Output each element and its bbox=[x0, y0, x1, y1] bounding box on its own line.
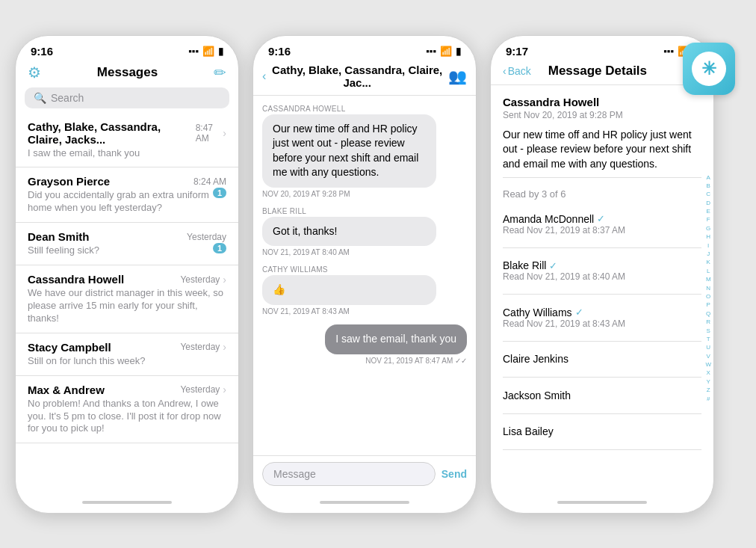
message-preview: Did you accidentally grab an extra unifo… bbox=[28, 189, 210, 215]
recipient-info: Claire Jenkins bbox=[503, 353, 568, 365]
alphabet-letter[interactable]: K bbox=[705, 259, 711, 266]
message-preview: I saw the email, thank you bbox=[28, 147, 226, 160]
send-button[interactable]: Send bbox=[441, 468, 467, 480]
message-time: 8:24 AM bbox=[193, 176, 226, 187]
app-icon-symbol: ✳ bbox=[692, 52, 726, 86]
group-avatar-icon[interactable]: 👥 bbox=[448, 67, 467, 85]
signal-icon: ▪▪▪ bbox=[188, 46, 199, 57]
message-item[interactable]: Cathy, Blake, Cassandra, Claire, Jacks..… bbox=[16, 113, 238, 168]
recipient-name: Cathy Williams bbox=[503, 307, 572, 318]
recipient-item[interactable]: Jackson Smith bbox=[503, 384, 701, 407]
alphabet-letter[interactable]: N bbox=[705, 284, 711, 292]
recipient-item[interactable]: Claire Jenkins bbox=[503, 347, 701, 371]
alphabet-letter[interactable]: S bbox=[705, 327, 711, 334]
alphabet-letter[interactable]: I bbox=[705, 241, 711, 249]
message-item-header: Grayson Pierce 8:24 AM bbox=[28, 175, 226, 188]
alphabet-letter[interactable]: P bbox=[705, 301, 711, 309]
message-item[interactable]: Dean Smith Yesterday Still feeling sick?… bbox=[16, 223, 238, 265]
message-sender: Cassandra Howell bbox=[503, 96, 701, 108]
recipient-name: Amanda McDonnell bbox=[503, 213, 594, 225]
message-time: Yesterday › bbox=[180, 274, 226, 286]
message-item[interactable]: Cassandra Howell Yesterday › We have our… bbox=[16, 265, 238, 333]
recipient-item[interactable]: Amanda McDonnell ✓ Read Nov 21, 2019 at … bbox=[503, 207, 701, 241]
recipient-info: Lisa Bailey bbox=[503, 425, 554, 437]
message-time: Yesterday › bbox=[180, 341, 226, 353]
alphabet-letter[interactable]: W bbox=[705, 361, 711, 369]
alphabet-letter[interactable]: O bbox=[705, 293, 711, 301]
unread-badge: 1 bbox=[213, 243, 226, 253]
recipient-divider bbox=[503, 413, 701, 414]
chat-sender-label: CASSANDRA HOWELL bbox=[262, 105, 467, 113]
recipient-name: Claire Jenkins bbox=[503, 353, 568, 365]
details-area: Cassandra Howell Sent Nov 20, 2019 at 9:… bbox=[491, 85, 713, 492]
message-item-header: Stacy Campbell Yesterday › bbox=[28, 341, 226, 354]
alphabet-letter[interactable]: Q bbox=[705, 310, 711, 317]
message-item-header: Max & Andrew Yesterday › bbox=[28, 384, 226, 396]
home-bar-3 bbox=[557, 501, 647, 504]
app-icon[interactable]: ✳ bbox=[683, 43, 735, 95]
recipient-item[interactable]: Lisa Bailey bbox=[503, 419, 701, 443]
signal-icon-3: ▪▪▪ bbox=[663, 46, 674, 57]
read-checkmark: ✓ bbox=[575, 307, 583, 318]
chat-sender-label: BLAKE RILL bbox=[262, 207, 467, 215]
alphabet-letter[interactable]: M bbox=[705, 276, 711, 283]
alphabet-letter[interactable]: F bbox=[705, 216, 711, 224]
message-sender-name: Cathy, Blake, Cassandra, Claire, Jacks..… bbox=[28, 120, 196, 146]
home-indicator-2 bbox=[253, 492, 476, 513]
message-time: Yesterday bbox=[187, 232, 226, 242]
time-2: 9:16 bbox=[268, 45, 291, 58]
message-item[interactable]: Max & Andrew Yesterday › No problem! And… bbox=[16, 376, 238, 444]
message-item[interactable]: Stacy Campbell Yesterday › Still on for … bbox=[16, 333, 238, 376]
chevron-right-icon: › bbox=[223, 127, 226, 139]
chat-input-bar: Message Send bbox=[253, 455, 476, 492]
alphabet-letter[interactable]: V bbox=[705, 352, 711, 360]
message-item[interactable]: Grayson Pierce 8:24 AM Did you accidenta… bbox=[16, 167, 238, 223]
settings-icon[interactable]: ⚙ bbox=[28, 64, 41, 81]
alphabet-letter[interactable]: X bbox=[705, 369, 711, 377]
alphabet-letter[interactable]: Z bbox=[705, 387, 711, 394]
chat-timestamp: NOV 20, 2019 AT 9:28 PM bbox=[262, 190, 467, 198]
home-indicator-1 bbox=[16, 492, 238, 513]
recipient-item[interactable]: Blake Rill ✓ Read Nov 21, 2019 at 8:40 A… bbox=[503, 253, 701, 288]
message-date: Sent Nov 20, 2019 at 9:28 PM bbox=[503, 110, 701, 120]
chevron-left-icon-3: ‹ bbox=[503, 65, 506, 77]
alphabet-letter[interactable]: R bbox=[705, 318, 711, 326]
alphabet-letter[interactable]: D bbox=[705, 199, 711, 206]
message-preview: No problem! And thanks a ton Andrew, I o… bbox=[28, 398, 226, 436]
divider-top bbox=[503, 177, 701, 178]
status-icons-2: ▪▪▪ 📶 ▮ bbox=[426, 46, 461, 57]
back-button-3[interactable]: ‹ Back bbox=[503, 65, 531, 77]
status-bar-1: 9:16 ▪▪▪ 📶 ▮ bbox=[16, 36, 238, 61]
alphabet-letter[interactable]: L bbox=[705, 268, 711, 275]
message-sender-name: Dean Smith bbox=[28, 230, 90, 243]
alphabet-letter[interactable]: A bbox=[705, 173, 711, 181]
search-bar[interactable]: 🔍 Search bbox=[25, 87, 229, 108]
alphabet-letter[interactable]: E bbox=[705, 208, 711, 215]
message-item-header: Cassandra Howell Yesterday › bbox=[28, 273, 226, 286]
chat-message-group: CASSANDRA HOWELL Our new time off and HR… bbox=[262, 105, 467, 198]
chevron-right-icon: › bbox=[223, 341, 226, 353]
read-summary: Read by 3 of 6 bbox=[503, 188, 701, 200]
compose-icon[interactable]: ✏ bbox=[214, 64, 226, 81]
alphabet-letter[interactable]: J bbox=[705, 250, 711, 258]
alphabet-letter[interactable]: G bbox=[705, 225, 711, 233]
alphabet-sidebar[interactable]: ABCDEFGHIJKLMNOPQRSTUVWXYZ# bbox=[705, 173, 713, 403]
chat-bubble-left: Our new time off and HR policy just went… bbox=[262, 114, 436, 188]
alphabet-letter[interactable]: B bbox=[705, 182, 711, 190]
alphabet-letter[interactable]: T bbox=[705, 336, 711, 343]
messages-title: Messages bbox=[97, 65, 158, 80]
recipient-read-date: Read Nov 21, 2019 at 8:37 AM bbox=[503, 225, 625, 235]
message-item-header: Dean Smith Yesterday bbox=[28, 230, 226, 243]
message-input[interactable]: Message bbox=[262, 462, 436, 486]
alphabet-letter[interactable]: # bbox=[705, 395, 711, 402]
alphabet-letter[interactable]: C bbox=[705, 191, 711, 198]
recipient-name: Lisa Bailey bbox=[503, 425, 554, 437]
alphabet-letter[interactable]: Y bbox=[705, 378, 711, 386]
phone-messages-list: 9:16 ▪▪▪ 📶 ▮ ⚙ Messages ✏ 🔍 Search Cathy… bbox=[15, 35, 239, 514]
message-sender-name: Cassandra Howell bbox=[28, 273, 124, 286]
recipient-divider bbox=[503, 294, 701, 295]
recipient-item[interactable]: Cathy Williams ✓ Read Nov 21, 2019 at 8:… bbox=[503, 301, 701, 335]
alphabet-letter[interactable]: U bbox=[705, 344, 711, 351]
chat-bubble-left: 👍 bbox=[262, 275, 436, 305]
alphabet-letter[interactable]: H bbox=[705, 233, 711, 241]
